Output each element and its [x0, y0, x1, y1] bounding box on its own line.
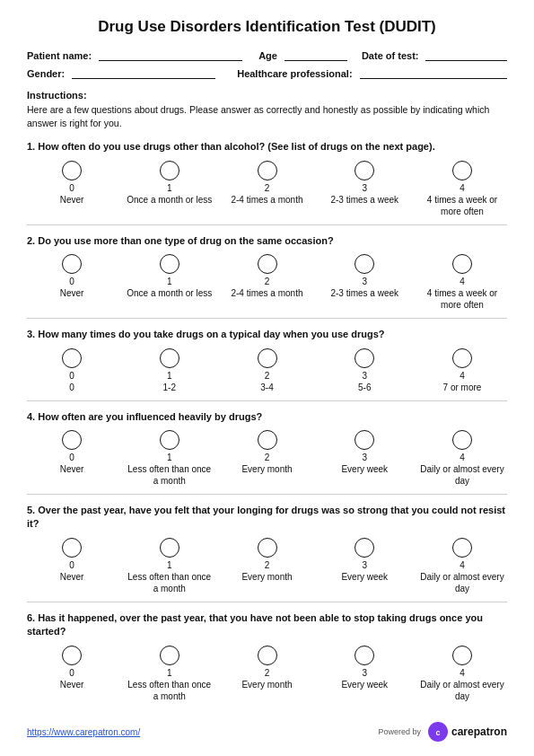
question-5-option-1-circle[interactable] — [160, 538, 179, 558]
question-3-option-3-num: 3 — [362, 371, 367, 381]
healthcare-field[interactable] — [360, 66, 507, 79]
question-1-option-3-circle[interactable] — [355, 161, 374, 180]
patient-info-row1: Patient name: Age Date of test: — [27, 48, 507, 61]
question-4-option-0[interactable]: 0Never — [27, 430, 117, 475]
question-6-option-2-label: Every month — [241, 679, 292, 690]
question-2-option-0-circle[interactable] — [62, 254, 82, 274]
question-5-option-3-circle[interactable] — [355, 538, 374, 558]
question-3-option-0-circle[interactable] — [62, 348, 82, 368]
question-4-option-3-num: 3 — [362, 453, 367, 462]
age-label: Age — [258, 50, 277, 61]
question-3-option-2[interactable]: 23-4 — [223, 348, 312, 393]
question-4-option-4-circle[interactable] — [452, 430, 472, 450]
question-6-option-0-label: Never — [60, 679, 84, 690]
question-6-option-4-num: 4 — [460, 668, 465, 678]
question-4-option-2[interactable]: 2Every month — [223, 430, 312, 475]
question-3-option-2-label: 3-4 — [260, 382, 273, 393]
question-1-option-0[interactable]: 0Never — [27, 161, 117, 206]
question-5-option-4-circle[interactable] — [452, 538, 472, 558]
question-2-option-1-circle[interactable] — [160, 254, 179, 274]
question-6-option-3-circle[interactable] — [355, 646, 374, 665]
question-3-option-1-num: 1 — [167, 371, 172, 381]
question-4-option-2-circle[interactable] — [258, 430, 277, 450]
page-title: Drug Use Disorders Identification Test (… — [27, 18, 507, 36]
footer: https://www.carepatron.com/ Powered by c… — [0, 722, 534, 742]
date-field[interactable] — [425, 48, 507, 61]
question-1: 1. How often do you use drugs other than… — [27, 140, 507, 224]
question-2-option-1-num: 1 — [167, 277, 172, 286]
question-2-option-4-circle[interactable] — [452, 254, 472, 274]
question-4-option-0-label: Never — [60, 463, 84, 475]
question-3-option-4[interactable]: 47 or more — [417, 348, 507, 393]
question-1-option-1[interactable]: 1Once a month or less — [125, 161, 214, 206]
powered-by-label: Powered by — [378, 727, 421, 736]
question-2-option-3-circle[interactable] — [355, 254, 374, 274]
question-6-option-1[interactable]: 1Less often than once a month — [125, 646, 214, 702]
question-2-option-3[interactable]: 32-3 times a week — [320, 254, 409, 299]
question-3-option-1[interactable]: 11-2 — [125, 348, 214, 393]
question-4-option-1-circle[interactable] — [160, 430, 179, 450]
question-2-option-1[interactable]: 1Once a month or less — [125, 254, 214, 299]
question-1-option-4-circle[interactable] — [452, 161, 472, 180]
question-3-option-3-circle[interactable] — [355, 348, 374, 368]
question-6-option-1-circle[interactable] — [160, 646, 179, 665]
question-5-option-2[interactable]: 2Every month — [223, 538, 312, 583]
question-1-option-2[interactable]: 22-4 times a month — [223, 161, 312, 206]
question-5-option-2-label: Every month — [241, 571, 292, 583]
question-1-option-0-circle[interactable] — [62, 161, 82, 180]
question-6-option-2-circle[interactable] — [258, 646, 277, 665]
question-6-option-1-label: Less often than once a month — [125, 679, 214, 702]
question-6-option-0-circle[interactable] — [62, 646, 82, 665]
question-2-option-4[interactable]: 44 times a week or more often — [417, 254, 507, 311]
question-5-option-0-circle[interactable] — [62, 538, 82, 558]
age-field[interactable] — [285, 48, 347, 61]
question-5-option-4[interactable]: 4Daily or almost every day — [417, 538, 507, 594]
question-6-option-4[interactable]: 4Daily or almost every day — [417, 646, 507, 702]
question-3-option-4-circle[interactable] — [452, 348, 472, 368]
question-2-option-3-num: 3 — [362, 277, 367, 286]
question-3-option-3[interactable]: 35-6 — [320, 348, 409, 393]
question-3-options: 0011-223-435-647 or more — [27, 348, 507, 393]
gender-field[interactable] — [72, 66, 215, 79]
question-2-text: 2. Do you use more than one type of drug… — [27, 234, 507, 248]
question-4-option-1-label: Less often than once a month — [125, 463, 214, 487]
question-5-option-2-circle[interactable] — [258, 538, 277, 558]
question-6-option-0[interactable]: 0Never — [27, 646, 117, 690]
footer-link[interactable]: https://www.carepatron.com/ — [27, 727, 140, 737]
patient-name-field[interactable] — [99, 48, 242, 61]
question-4-text: 4. How often are you influenced heavily … — [27, 410, 507, 424]
question-4-option-3-label: Every week — [341, 463, 388, 475]
question-2-option-0[interactable]: 0Never — [27, 254, 117, 299]
question-5-option-0-label: Never — [60, 571, 84, 583]
question-4-option-3[interactable]: 3Every week — [320, 430, 409, 475]
question-4-option-3-circle[interactable] — [355, 430, 374, 450]
question-4-option-0-circle[interactable] — [62, 430, 82, 450]
question-5-text: 5. Over the past year, have you felt tha… — [27, 504, 507, 532]
question-5-option-1[interactable]: 1Less often than once a month — [125, 538, 214, 594]
question-3-option-1-circle[interactable] — [160, 348, 179, 368]
question-1-option-4-num: 4 — [460, 183, 465, 193]
question-1-option-1-circle[interactable] — [160, 161, 179, 180]
question-2-option-2[interactable]: 22-4 times a month — [223, 254, 312, 299]
question-5-option-1-num: 1 — [167, 560, 172, 570]
question-6: 6. Has it happened, over the past year, … — [27, 611, 507, 702]
question-6-option-2[interactable]: 2Every month — [223, 646, 312, 690]
question-2-options: 0Never1Once a month or less22-4 times a … — [27, 254, 507, 311]
question-2-option-2-circle[interactable] — [258, 254, 277, 274]
question-3-option-0[interactable]: 00 — [27, 348, 117, 393]
question-1-option-2-circle[interactable] — [258, 161, 277, 180]
date-label: Date of test: — [362, 50, 419, 61]
question-6-option-3[interactable]: 3Every week — [320, 646, 409, 690]
question-1-option-3[interactable]: 32-3 times a week — [320, 161, 409, 206]
question-6-text: 6. Has it happened, over the past year, … — [27, 611, 507, 639]
question-5-option-3[interactable]: 3Every week — [320, 538, 409, 583]
question-1-option-2-label: 2-4 times a month — [231, 194, 302, 206]
question-2-option-0-label: Never — [60, 287, 84, 299]
question-3-option-3-label: 5-6 — [358, 382, 371, 393]
question-3-option-2-circle[interactable] — [258, 348, 277, 368]
question-4-option-4[interactable]: 4Daily or almost every day — [417, 430, 507, 487]
question-4-option-1[interactable]: 1Less often than once a month — [125, 430, 214, 487]
question-6-option-4-circle[interactable] — [452, 646, 472, 665]
question-1-option-4[interactable]: 44 times a week or more often — [417, 161, 507, 217]
question-5-option-0[interactable]: 0Never — [27, 538, 117, 583]
